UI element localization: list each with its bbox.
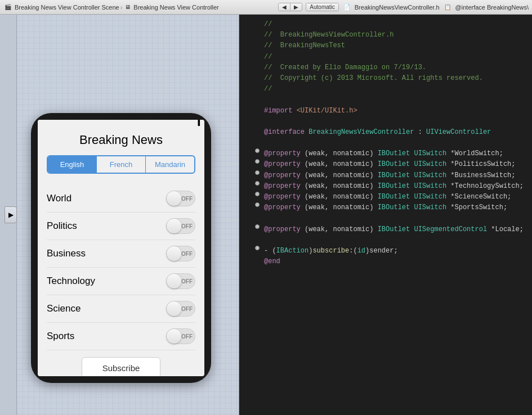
toggle-label-politics: Politics <box>47 220 77 232</box>
code-line-2: // BreakingNewsViewController.h <box>251 30 532 40</box>
gutter-dot-22 <box>255 246 260 250</box>
politics-switch-knob <box>167 219 181 233</box>
code-text-9: #import <UIKit/UIKit.h> <box>264 106 532 116</box>
seg-french[interactable]: French <box>97 156 146 173</box>
gutter-20 <box>251 224 264 229</box>
code-text-20: @property (weak, nonatomic) IBOutlet UIS… <box>264 224 532 235</box>
gutter-dot-17 <box>255 192 260 196</box>
code-line-23: @end <box>251 256 532 267</box>
business-switch-knob <box>167 246 181 261</box>
status-bar: ▐ <box>38 120 204 126</box>
technology-switch[interactable]: OFF <box>166 273 195 289</box>
code-line-3: // BreakingNewsTest <box>251 40 532 51</box>
gutter-dot-16 <box>255 181 260 186</box>
app-title: Breaking News <box>47 133 195 147</box>
interface-label: @interface BreakingNews\ <box>455 4 529 11</box>
code-text-8 <box>264 94 532 105</box>
gutter-dot-13 <box>255 148 260 153</box>
world-switch-state: OFF <box>181 196 193 202</box>
gutter-dot-20 <box>255 224 260 229</box>
subscribe-button[interactable]: Subscribe <box>82 357 160 376</box>
breadcrumb-sep-1: › <box>120 4 123 11</box>
gutter-13 <box>251 148 264 153</box>
nav-buttons[interactable]: ◀ ▶ <box>278 3 302 11</box>
science-switch[interactable]: OFF <box>166 301 195 317</box>
code-text-16: @property (weak, nonatomic) IBOutlet UIS… <box>264 181 532 192</box>
battery-icon: ▐ <box>196 120 200 126</box>
gutter-14 <box>251 159 264 164</box>
technology-switch-knob <box>167 274 181 288</box>
code-line-6: // Copyright (c) 2013 Microsoft. All rig… <box>251 73 532 84</box>
toggle-label-business: Business <box>47 248 86 259</box>
left-edge: ▶ <box>0 15 17 415</box>
politics-switch[interactable]: OFF <box>166 218 195 234</box>
code-line-20: @property (weak, nonatomic) IBOutlet UIS… <box>251 224 532 235</box>
code-text-12 <box>264 138 532 148</box>
world-switch-knob <box>167 191 181 206</box>
file-label[interactable]: BreakingNewsViewController.h <box>355 4 440 11</box>
breadcrumb-item-2[interactable]: Breaking News View Controller <box>133 4 218 11</box>
code-text-14: @property (weak, nonatomic) IBOutlet UIS… <box>264 159 532 170</box>
sports-switch-state: OFF <box>181 333 193 340</box>
app-content: Breaking News English French Mandarin Wo… <box>38 126 204 350</box>
code-line-19 <box>251 213 532 224</box>
code-line-1: // <box>251 19 532 30</box>
seg-mandarin[interactable]: Mandarin <box>146 156 194 173</box>
expand-arrow[interactable]: ▶ <box>5 206 17 223</box>
toggle-label-sports: Sports <box>47 331 74 342</box>
code-editor: // // BreakingNewsViewController.h // Br… <box>239 15 532 415</box>
seg-english[interactable]: English <box>48 156 97 173</box>
gutter-dot-14 <box>255 159 260 164</box>
code-text-1: // <box>264 19 532 30</box>
sports-switch-knob <box>167 329 181 344</box>
automatic-label[interactable]: Automatic <box>306 3 338 11</box>
toggle-row-science: Science OFF <box>47 295 195 323</box>
code-line-22: - (IBAction)subscribe:(id)sender; <box>251 246 532 256</box>
left-panel: ▶ ▐ Breaking News English French Mandari… <box>0 15 239 415</box>
toggle-row-politics: Politics OFF <box>47 213 195 240</box>
nav-back[interactable]: ◀ <box>279 3 290 11</box>
controller-icon: 🖥 <box>123 3 132 12</box>
toggle-row-technology: Technology OFF <box>47 268 195 295</box>
code-line-4: // <box>251 52 532 62</box>
business-switch-state: OFF <box>181 251 193 257</box>
locale-segmented-control[interactable]: English French Mandarin <box>47 155 195 174</box>
toggle-row-business: Business OFF <box>47 240 195 268</box>
code-text-7: // <box>264 84 532 94</box>
code-line-17: @property (weak, nonatomic) IBOutlet UIS… <box>251 192 532 202</box>
code-line-8 <box>251 94 532 105</box>
breadcrumb: Breaking News View Controller Scene › 🖥 … <box>15 3 219 12</box>
code-line-15: @property (weak, nonatomic) IBOutlet UIS… <box>251 170 532 181</box>
code-text-3: // BreakingNewsTest <box>264 40 532 51</box>
code-line-13: @property (weak, nonatomic) IBOutlet UIS… <box>251 148 532 159</box>
science-switch-state: OFF <box>181 306 193 312</box>
breadcrumb-item-1[interactable]: Breaking News View Controller Scene <box>15 4 119 11</box>
code-text-22: - (IBAction)subscribe:(id)sender; <box>264 246 532 256</box>
file-icon: 📄 <box>342 3 351 12</box>
sports-switch[interactable]: OFF <box>166 328 195 344</box>
code-line-5: // Created by Elio Damaggio on 7/19/13. <box>251 62 532 73</box>
code-text-13: @property (weak, nonatomic) IBOutlet UIS… <box>264 148 532 159</box>
main-content: ▶ ▐ Breaking News English French Mandari… <box>0 15 532 415</box>
code-text-2: // BreakingNewsViewController.h <box>264 30 532 40</box>
code-text-21 <box>264 235 532 246</box>
business-switch[interactable]: OFF <box>166 246 195 261</box>
code-text-11: @interface BreakingNewsViewController : … <box>264 127 532 138</box>
gutter-15 <box>251 170 264 175</box>
code-text-5: // Created by Elio Damaggio on 7/19/13. <box>264 62 532 73</box>
toggle-label-technology: Technology <box>47 276 95 287</box>
toggle-row-world: World OFF <box>47 185 195 213</box>
code-line-18: @property (weak, nonatomic) IBOutlet UIS… <box>251 202 532 213</box>
politics-switch-state: OFF <box>181 223 193 229</box>
gutter-18 <box>251 202 264 207</box>
automatic-segment[interactable]: Automatic <box>306 3 338 11</box>
world-switch[interactable]: OFF <box>166 191 195 206</box>
code-line-21 <box>251 235 532 246</box>
code-line-10 <box>251 116 532 127</box>
nav-forward[interactable]: ▶ <box>290 3 302 11</box>
gutter-dot-18 <box>255 202 260 207</box>
code-text-4: // <box>264 52 532 62</box>
code-line-9: #import <UIKit/UIKit.h> <box>251 106 532 116</box>
gutter-22 <box>251 246 264 250</box>
code-line-12 <box>251 138 532 148</box>
